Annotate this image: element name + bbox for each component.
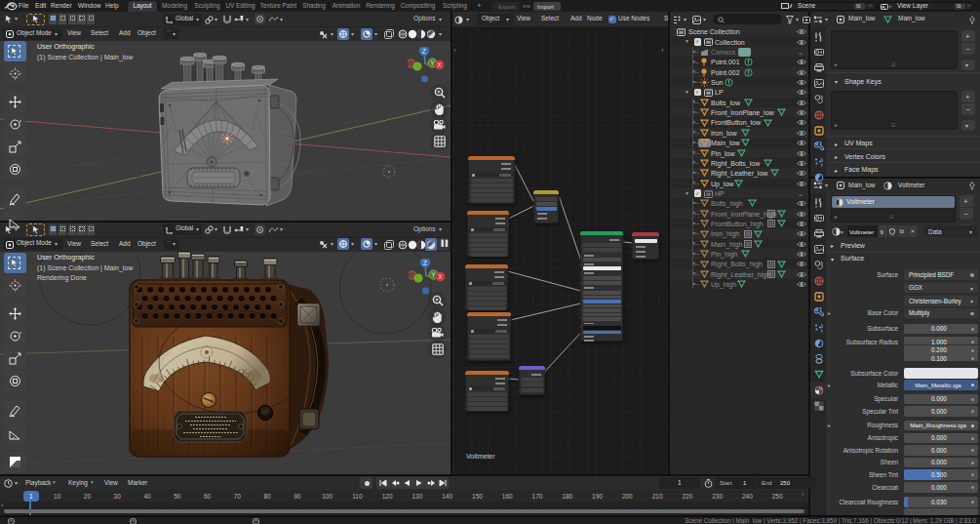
svg-text:Z: Z (422, 48, 427, 55)
svg-text:Z: Z (423, 260, 428, 266)
svg-text:X: X (438, 273, 443, 280)
svg-text:X: X (437, 61, 442, 68)
